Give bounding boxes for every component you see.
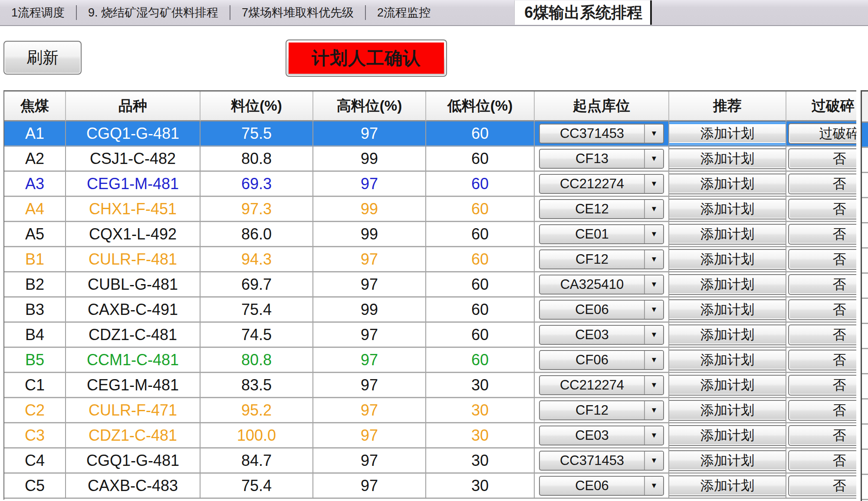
- low-level-cell: 30: [426, 449, 535, 474]
- add-plan-button[interactable]: 添加计划: [669, 148, 786, 169]
- dropdown-arrow-icon[interactable]: ▼: [645, 250, 663, 269]
- add-plan-button[interactable]: 添加计划: [669, 475, 786, 496]
- crusher-button[interactable]: 否: [788, 249, 856, 270]
- adjacent-panel-row: [862, 198, 868, 223]
- start-bin-cell: CC212274▼: [535, 373, 669, 398]
- coal-id-cell: A2: [4, 147, 66, 172]
- dropdown-arrow-icon[interactable]: ▼: [645, 452, 663, 470]
- tab-3[interactable]: 7煤场料堆取料优先级: [230, 0, 365, 25]
- add-plan-button[interactable]: 添加计划: [669, 375, 786, 396]
- add-plan-button[interactable]: 添加计划: [669, 299, 786, 320]
- recommend-cell: 添加计划: [669, 398, 786, 423]
- add-plan-button[interactable]: 添加计划: [669, 199, 786, 219]
- dropdown-arrow-icon[interactable]: ▼: [645, 426, 663, 445]
- adjacent-panel-row: [862, 173, 868, 198]
- crusher-button[interactable]: 否: [788, 350, 856, 370]
- recommend-cell: 添加计划: [669, 474, 786, 499]
- start-bin-select[interactable]: CE03▼: [539, 325, 664, 345]
- dropdown-arrow-icon[interactable]: ▼: [645, 175, 663, 193]
- add-plan-button[interactable]: 添加计划: [669, 425, 786, 446]
- column-header-7[interactable]: 推荐: [669, 92, 786, 121]
- coal-id-cell: B5: [4, 348, 66, 373]
- low-level-cell: 60: [426, 298, 535, 323]
- refresh-button[interactable]: 刷新: [3, 41, 82, 75]
- add-plan-button[interactable]: 添加计划: [669, 174, 786, 194]
- add-plan-button[interactable]: 添加计划: [669, 274, 786, 295]
- variety-cell: CHX1-F-451: [66, 197, 201, 222]
- table-row: B2CUBL-G-48169.79760CA325410▼添加计划否: [4, 272, 856, 298]
- start-bin-select[interactable]: CF12▼: [539, 249, 664, 269]
- tab-4[interactable]: 2流程监控: [366, 0, 442, 25]
- variety-cell: CGQ1-G-481: [66, 121, 201, 147]
- dropdown-arrow-icon[interactable]: ▼: [645, 275, 663, 294]
- start-bin-select[interactable]: CC371453▼: [539, 451, 664, 471]
- crusher-button[interactable]: 否: [788, 174, 856, 194]
- start-bin-select[interactable]: CE12▼: [539, 199, 664, 219]
- crusher-button[interactable]: 否: [788, 199, 856, 219]
- column-header-4[interactable]: 高料位(%): [313, 92, 426, 121]
- table-row: A2CSJ1-C-48280.89960CF13▼添加计划否: [4, 147, 856, 172]
- dropdown-arrow-icon[interactable]: ▼: [645, 225, 663, 243]
- plan-manual-confirm-button[interactable]: 计划人工确认: [286, 39, 447, 77]
- start-bin-select[interactable]: CC212274▼: [539, 174, 664, 194]
- crusher-button[interactable]: 否: [788, 148, 856, 169]
- add-plan-button[interactable]: 添加计划: [669, 324, 786, 345]
- coal-output-schedule-table: 焦煤品种料位(%)高料位(%)低料位(%)起点库位推荐过破碎 A1CGQ1-G-…: [3, 90, 856, 500]
- high-level-cell: 97: [313, 121, 426, 147]
- recommend-cell: 添加计划: [669, 272, 786, 298]
- recommend-cell: 添加计划: [669, 172, 786, 197]
- dropdown-arrow-icon[interactable]: ▼: [645, 376, 663, 394]
- crusher-button[interactable]: 否: [788, 299, 856, 320]
- coal-id-cell: C4: [4, 449, 66, 474]
- crusher-cell: 否: [786, 222, 856, 247]
- start-bin-select[interactable]: CF13▼: [539, 149, 664, 169]
- add-plan-button[interactable]: 添加计划: [669, 450, 786, 471]
- tab-2[interactable]: 9. 烧结矿湿匀矿供料排程: [77, 0, 230, 25]
- level-cell: 75.4: [201, 298, 313, 323]
- crusher-button[interactable]: 否: [788, 224, 856, 245]
- tab-1[interactable]: 1流程调度: [0, 0, 76, 25]
- dropdown-arrow-icon[interactable]: ▼: [645, 301, 663, 319]
- crusher-button[interactable]: 否: [788, 400, 856, 421]
- dropdown-arrow-icon[interactable]: ▼: [645, 401, 663, 419]
- crusher-button[interactable]: 否: [788, 375, 856, 396]
- add-plan-button[interactable]: 添加计划: [669, 224, 786, 245]
- start-bin-select[interactable]: CC371453▼: [539, 124, 664, 144]
- dropdown-arrow-icon[interactable]: ▼: [645, 326, 663, 344]
- start-bin-select[interactable]: CE01▼: [539, 224, 664, 244]
- dropdown-arrow-icon[interactable]: ▼: [645, 150, 663, 168]
- level-cell: 95.2: [201, 398, 313, 423]
- start-bin-select[interactable]: CE06▼: [539, 476, 664, 496]
- column-header-3[interactable]: 料位(%): [201, 92, 313, 121]
- dropdown-arrow-icon[interactable]: ▼: [645, 477, 663, 495]
- dropdown-arrow-icon[interactable]: ▼: [645, 351, 663, 369]
- add-plan-button[interactable]: 添加计划: [669, 350, 786, 370]
- crusher-button[interactable]: 过破碎: [788, 123, 856, 144]
- add-plan-button[interactable]: 添加计划: [669, 249, 786, 270]
- start-bin-select[interactable]: CE03▼: [539, 426, 664, 445]
- start-bin-select[interactable]: CC212274▼: [539, 375, 664, 395]
- start-bin-select[interactable]: CE06▼: [539, 300, 664, 320]
- column-header-2[interactable]: 品种: [66, 92, 201, 121]
- add-plan-button[interactable]: 添加计划: [669, 400, 786, 421]
- high-level-cell: 99: [313, 147, 426, 172]
- tab-5[interactable]: 6煤输出系统排程: [515, 0, 652, 25]
- crusher-button[interactable]: 否: [788, 274, 856, 295]
- column-header-1[interactable]: 焦煤: [4, 92, 66, 121]
- crusher-button[interactable]: 否: [788, 450, 856, 471]
- recommend-cell: 添加计划: [669, 449, 786, 474]
- crusher-button[interactable]: 否: [788, 475, 856, 496]
- table-row: A1CGQ1-G-48175.59760CC371453▼添加计划过破碎: [4, 121, 856, 147]
- crusher-button[interactable]: 否: [788, 324, 856, 345]
- start-bin-select[interactable]: CF06▼: [539, 350, 664, 370]
- coal-id-cell: C1: [4, 373, 66, 398]
- start-bin-select[interactable]: CF12▼: [539, 400, 664, 420]
- start-bin-select[interactable]: CA325410▼: [539, 275, 664, 295]
- dropdown-arrow-icon[interactable]: ▼: [645, 124, 663, 143]
- column-header-8[interactable]: 过破碎: [786, 92, 856, 121]
- column-header-5[interactable]: 低料位(%): [426, 92, 535, 121]
- add-plan-button[interactable]: 添加计划: [669, 123, 786, 144]
- column-header-6[interactable]: 起点库位: [535, 92, 669, 121]
- crusher-button[interactable]: 否: [788, 425, 856, 446]
- dropdown-arrow-icon[interactable]: ▼: [645, 200, 663, 218]
